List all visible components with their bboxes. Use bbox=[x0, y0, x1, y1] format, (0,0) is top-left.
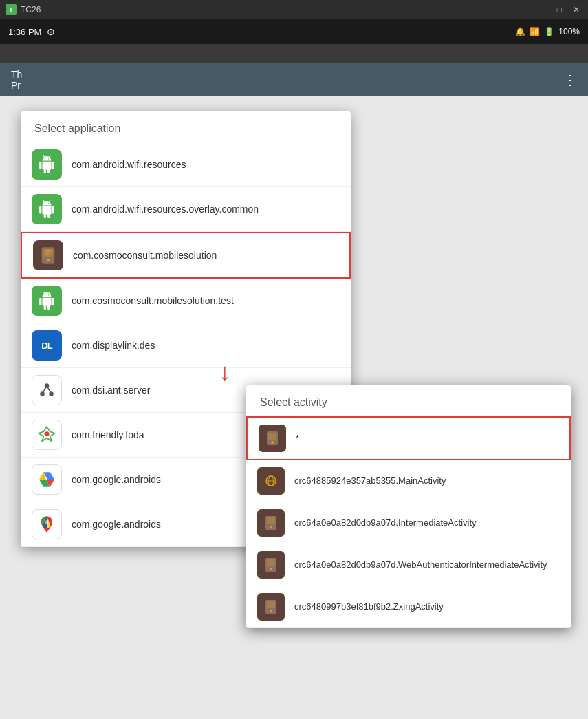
svg-point-30 bbox=[270, 568, 272, 570]
activity-list-item[interactable]: crc64885924e357ab5355.MainActivity bbox=[246, 460, 571, 502]
app-item-name: com.google.androids bbox=[72, 473, 161, 486]
activity-list-item[interactable]: crc64a0e0a82d0db9a07d.IntermediateActivi… bbox=[246, 502, 571, 544]
volume-icon: 🔔 bbox=[515, 27, 525, 36]
status-bar: 1:36 PM ⊙ 🔔 📶 🔋 100% bbox=[0, 19, 588, 44]
app-topbar: Th Pr ⋮ bbox=[0, 63, 588, 96]
svg-rect-4 bbox=[45, 252, 51, 253]
app-item-icon bbox=[32, 509, 62, 539]
app-item-name: com.google.androids bbox=[72, 518, 161, 530]
activity-item-name: crc6480997b3ef81bf9b2.ZxingActivity bbox=[294, 601, 444, 613]
svg-point-2 bbox=[47, 259, 50, 262]
select-app-title: Select application bbox=[34, 122, 120, 134]
phone-emulator-area: 1:36 PM ⊙ 🔔 📶 🔋 100% Th Pr ⋮ Select appl… bbox=[0, 19, 588, 719]
svg-rect-29 bbox=[267, 559, 275, 566]
svg-rect-3 bbox=[45, 250, 51, 251]
svg-point-17 bbox=[45, 520, 49, 524]
activity-list-item[interactable]: crc64a0e0a82d0db9a07d.WebAuthenticatorIn… bbox=[246, 544, 571, 586]
activity-item-icon bbox=[257, 467, 285, 495]
app-item-name: com.cosmoconsult.mobilesolution bbox=[73, 249, 217, 261]
select-activity-dialog-header: Select activity bbox=[246, 385, 571, 416]
app-topbar-content: Th Pr bbox=[11, 69, 22, 91]
display-icon-text: DL bbox=[41, 341, 52, 351]
battery-icon: 🔋 bbox=[544, 27, 554, 36]
svg-line-9 bbox=[43, 386, 47, 394]
svg-point-7 bbox=[40, 391, 45, 396]
overflow-menu-icon[interactable]: ⋮ bbox=[563, 72, 577, 88]
maximize-button[interactable]: □ bbox=[554, 3, 565, 16]
status-right: 🔔 📶 🔋 100% bbox=[515, 27, 580, 36]
app-item-name: com.dsi.ant.server bbox=[72, 384, 150, 396]
app-item-icon bbox=[32, 464, 62, 495]
activity-item-name: crc64885924e357ab5355.MainActivity bbox=[294, 475, 446, 487]
activity-item-name: crc64a0e0a82d0db9a07d.WebAuthenticatorIn… bbox=[294, 559, 547, 571]
close-button[interactable]: ✕ bbox=[570, 3, 582, 16]
app-content-area: Th Pr ⋮ Select application com.android.w… bbox=[0, 63, 588, 719]
svg-rect-26 bbox=[267, 517, 275, 524]
app-item-icon bbox=[32, 286, 62, 316]
activity-item-name: * bbox=[296, 432, 299, 444]
select-activity-title: Select activity bbox=[260, 396, 327, 408]
app-item-name: com.friendly.foda bbox=[72, 429, 144, 441]
svg-point-11 bbox=[45, 431, 50, 436]
app-item-icon: DL bbox=[32, 330, 62, 361]
minimize-button[interactable]: — bbox=[535, 3, 549, 16]
app-item-name: com.android.wifi.resources bbox=[72, 158, 186, 171]
activity-item-icon bbox=[257, 593, 285, 621]
app-list-item[interactable]: com.android.wifi.resources bbox=[21, 142, 351, 187]
svg-point-27 bbox=[270, 526, 272, 528]
app-item-icon bbox=[32, 149, 62, 180]
svg-point-8 bbox=[49, 391, 54, 396]
select-app-dialog-header: Select application bbox=[21, 111, 351, 142]
svg-rect-5 bbox=[45, 254, 49, 255]
time-display: 1:36 PM bbox=[8, 27, 41, 37]
window-controls: — □ ✕ bbox=[535, 3, 582, 16]
activity-list-item-selected[interactable]: * bbox=[246, 416, 571, 460]
select-activity-dialog: Select activity * bbox=[246, 385, 571, 628]
battery-percent: 100% bbox=[558, 27, 580, 36]
activity-item-icon bbox=[259, 425, 286, 452]
window-titlebar: T TC26 — □ ✕ bbox=[0, 0, 588, 19]
app-item-icon bbox=[32, 194, 62, 224]
app-list-item[interactable]: DL com.displaylink.des bbox=[21, 323, 351, 368]
status-left: 1:36 PM ⊙ bbox=[8, 26, 55, 37]
svg-line-10 bbox=[47, 386, 52, 394]
svg-rect-19 bbox=[268, 433, 276, 440]
down-arrow: ↓ bbox=[219, 358, 231, 387]
app-item-icon bbox=[32, 375, 62, 405]
window-title: TC26 bbox=[21, 5, 41, 14]
app-item-icon bbox=[32, 420, 62, 450]
app-icon-titlebar: T bbox=[6, 4, 17, 15]
wifi-icon: 📶 bbox=[530, 27, 540, 36]
activity-item-icon bbox=[257, 551, 285, 579]
app-list-item[interactable]: com.android.wifi.resources.overlay.commo… bbox=[21, 187, 351, 232]
app-topbar-line1: Th bbox=[11, 69, 22, 80]
svg-rect-32 bbox=[267, 601, 275, 608]
svg-point-33 bbox=[270, 610, 272, 612]
activity-item-name: crc64a0e0a82d0db9a07d.IntermediateActivi… bbox=[294, 517, 477, 529]
app-topbar-line2: Pr bbox=[11, 80, 22, 91]
location-icon: ⊙ bbox=[47, 26, 55, 37]
activity-item-icon bbox=[257, 509, 285, 537]
app-item-name: com.android.wifi.resources.overlay.commo… bbox=[72, 203, 259, 215]
app-list-item-selected[interactable]: com.cosmoconsult.mobilesolution bbox=[21, 232, 351, 279]
app-item-name: com.displaylink.des bbox=[72, 339, 155, 352]
app-item-name: com.cosmoconsult.mobilesolution.test bbox=[72, 294, 234, 307]
svg-point-20 bbox=[271, 441, 274, 444]
activity-list-item[interactable]: crc6480997b3ef81bf9b2.ZxingActivity bbox=[246, 586, 571, 628]
app-list-item[interactable]: com.cosmoconsult.mobilesolution.test bbox=[21, 279, 351, 323]
app-item-icon bbox=[33, 240, 63, 270]
